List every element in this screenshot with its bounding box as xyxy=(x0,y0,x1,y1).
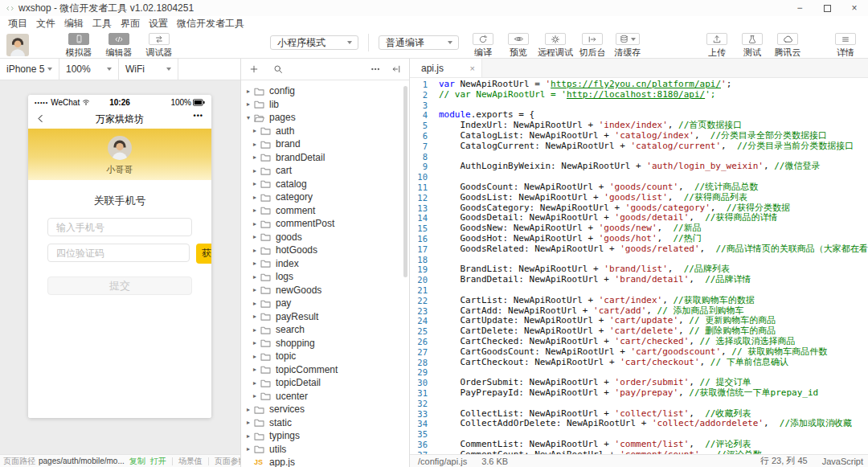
folder-icon xyxy=(254,405,265,414)
code-line[interactable]: 9 AuthLoginByWeixin: NewApiRootUrl + 'au… xyxy=(410,162,868,172)
verify-code-input[interactable] xyxy=(47,244,190,262)
more-options-icon[interactable] xyxy=(371,64,380,74)
tree-item-topic[interactable]: ▸topic xyxy=(241,350,409,363)
zoom-select[interactable]: 100% xyxy=(59,59,119,80)
line-number: 28 xyxy=(410,358,439,368)
tree-item-static[interactable]: ▸static xyxy=(241,416,409,430)
code-line[interactable]: 31 PayPrepayId: NewApiRootUrl + 'pay/pre… xyxy=(410,388,868,399)
code-line[interactable]: 28 CartCheckout: NewApiRootUrl + 'cart/c… xyxy=(410,358,868,368)
page-params-tab[interactable]: 页面参数 xyxy=(215,456,240,467)
folder-icon xyxy=(260,206,272,215)
tree-item-ucenter[interactable]: ▸ucenter xyxy=(241,390,409,404)
remote-debug-button[interactable]: 远程调试 xyxy=(538,33,573,59)
window-controls: − × xyxy=(786,0,868,16)
upload-label: 上传 xyxy=(708,47,726,59)
tree-item-auth[interactable]: ▸auth xyxy=(241,125,409,138)
cache-icon xyxy=(620,35,628,43)
menu-item-2[interactable]: 编辑 xyxy=(64,17,84,31)
toolbar: 模拟器编辑器调试器 小程序模式 普通编译 编译预览远程调试切后台清缓存 上传测试… xyxy=(0,31,868,59)
phone-number-input[interactable] xyxy=(47,218,192,236)
scene-value-tab[interactable]: 场景值 xyxy=(178,456,203,467)
battery-info: 100% xyxy=(170,98,205,107)
menu-item-4[interactable]: 界面 xyxy=(121,17,140,31)
collapse-panel-icon[interactable] xyxy=(391,64,401,74)
compile-button[interactable]: 编译 xyxy=(467,33,499,59)
close-button[interactable]: × xyxy=(841,0,868,16)
code-line[interactable]: 7 CatalogCurrent: NewApiRootUrl + 'catal… xyxy=(410,141,868,152)
tree-item-payResult[interactable]: ▸payResult xyxy=(241,310,409,324)
tree-item-search[interactable]: ▸search xyxy=(241,323,409,337)
editor-button[interactable]: 编辑器 xyxy=(103,33,135,59)
upload-button[interactable]: 上传 xyxy=(701,33,733,59)
debugger-button[interactable]: 调试器 xyxy=(143,33,175,59)
tree-item-lib[interactable]: ▸lib xyxy=(241,98,409,112)
menu-item-1[interactable]: 文件 xyxy=(36,17,55,31)
maximize-button[interactable] xyxy=(813,0,841,16)
tab-api-js[interactable]: api.js × xyxy=(410,59,482,77)
tree-item-pay[interactable]: ▸pay xyxy=(241,297,409,310)
back-icon[interactable] xyxy=(35,113,46,124)
tree-item-config[interactable]: ▸config xyxy=(241,84,409,98)
menu-item-5[interactable]: 设置 xyxy=(149,17,168,31)
code-editor[interactable]: 1var NewApiRootUrl = 'https://fly2you.cn… xyxy=(410,78,868,454)
tree-item-services[interactable]: ▸services xyxy=(241,403,409,416)
tree-item-goods[interactable]: ▸goods xyxy=(241,231,409,244)
tree-item-category[interactable]: ▸category xyxy=(241,190,409,204)
tree-item-cart[interactable]: ▸cart xyxy=(241,164,409,178)
menu-item-3[interactable]: 工具 xyxy=(92,17,112,31)
menu-item-6[interactable]: 微信开发者工具 xyxy=(177,17,244,31)
cursor-position[interactable]: 行 23, 列 45 xyxy=(760,455,808,467)
network-select[interactable]: WiFi xyxy=(119,59,178,80)
get-code-button[interactable]: 获取验证码 xyxy=(196,244,211,264)
form-title: 关联手机号 xyxy=(47,194,192,208)
language-mode[interactable]: JavaScript xyxy=(822,457,863,466)
preview-button[interactable]: 预览 xyxy=(502,33,534,59)
tree-item-brandDetail[interactable]: ▸brandDetail xyxy=(241,151,409,165)
tree-item-topicDetail[interactable]: ▸topicDetail xyxy=(241,376,409,390)
tree-item-newGoods[interactable]: ▸newGoods xyxy=(241,284,409,297)
tree-item-utils[interactable]: ▸utils xyxy=(241,443,409,457)
tree-item-typings[interactable]: ▸typings xyxy=(241,429,409,443)
tencent-cloud-button[interactable]: 腾讯云 xyxy=(772,33,804,59)
menu-item-0[interactable]: 项目 xyxy=(8,17,27,31)
tree-item-brand[interactable]: ▸brand xyxy=(241,137,409,151)
test-button[interactable]: 测试 xyxy=(736,33,768,59)
tree-item-shopping[interactable]: ▸shopping xyxy=(241,337,409,350)
close-tab-icon[interactable]: × xyxy=(470,63,475,73)
switch-background-button[interactable]: 切后台 xyxy=(576,33,608,59)
tree-item-app-js[interactable]: JSapp.js xyxy=(241,456,409,467)
tree-item-comment[interactable]: ▸comment xyxy=(241,204,409,218)
tree-item-label: cart xyxy=(276,165,292,176)
simulator-button[interactable]: 模拟器 xyxy=(63,33,95,59)
submit-button[interactable]: 提交 xyxy=(47,277,192,295)
copy-path-link[interactable]: 复制 xyxy=(129,456,145,467)
tree-item-index[interactable]: ▸index xyxy=(241,257,409,271)
more-menu-icon[interactable]: ••• xyxy=(194,112,203,120)
tree-item-pages[interactable]: ▾pages xyxy=(241,111,409,125)
code-line[interactable]: 2// var NewApiRootUrl = 'http://localhos… xyxy=(410,90,868,100)
tree-item-commentPost[interactable]: ▸commentPost xyxy=(241,217,409,231)
folder-icon xyxy=(254,418,265,427)
details-button[interactable]: 详情 xyxy=(829,33,862,59)
open-path-link[interactable]: 打开 xyxy=(150,456,166,467)
tree-item-label: typings xyxy=(269,430,300,441)
code-line[interactable]: 17 GoodsRelated: NewApiRootUrl + 'goods/… xyxy=(410,244,868,255)
tree-item-catalog[interactable]: ▸catalog xyxy=(241,178,409,191)
user-avatar[interactable] xyxy=(6,34,29,56)
line-number: 32 xyxy=(410,399,439,409)
clear-cache-button[interactable]: 清缓存 xyxy=(612,33,644,59)
tree-item-topicComment[interactable]: ▸topicComment xyxy=(241,363,409,377)
code-line[interactable]: 20 BrandDetail: NewApiRootUrl + 'brand/d… xyxy=(410,275,868,285)
compile-select[interactable]: 普通编译 xyxy=(379,35,459,50)
tree-item-hotGoods[interactable]: ▸hotGoods xyxy=(241,244,409,257)
code-line[interactable]: 34 CollectAddOrDelete: NewApiRootUrl + '… xyxy=(410,419,868,429)
add-file-icon[interactable] xyxy=(249,64,259,74)
tree-item-logs[interactable]: ▸logs xyxy=(241,270,409,284)
mode-select[interactable]: 小程序模式 xyxy=(270,35,358,50)
search-icon[interactable] xyxy=(273,64,283,74)
tree-item-label: ucenter xyxy=(276,391,308,402)
device-select[interactable]: iPhone 5 xyxy=(0,59,59,80)
minimize-button[interactable]: − xyxy=(786,0,813,16)
tree-scrollbar[interactable] xyxy=(403,86,407,277)
line-number: 22 xyxy=(410,296,439,306)
